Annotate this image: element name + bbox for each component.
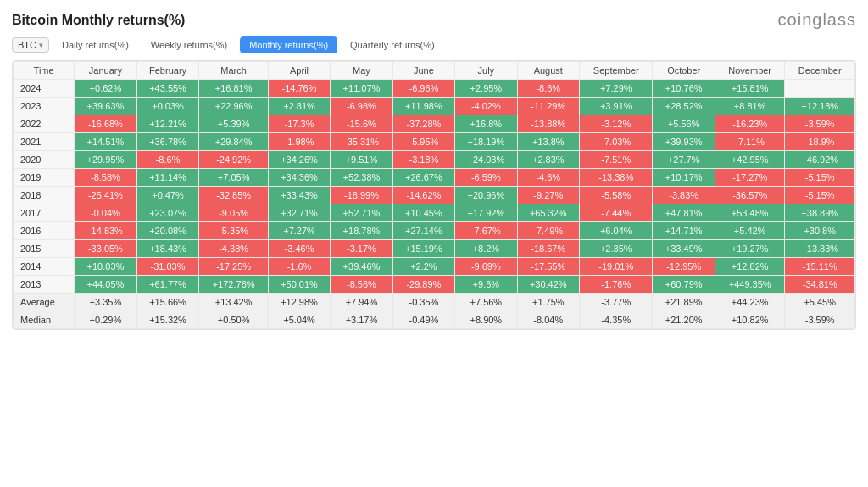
data-cell: +6.04% <box>580 222 653 240</box>
tab-monthly[interactable]: Monthly returns(%) <box>240 36 337 53</box>
median-cell: -3.59% <box>785 311 855 329</box>
data-cell: +34.36% <box>268 169 330 187</box>
tab-weekly[interactable]: Weekly returns(%) <box>142 36 236 53</box>
data-cell: -5.15% <box>785 187 855 204</box>
median-cell: -4.35% <box>580 311 653 329</box>
data-cell <box>785 80 855 98</box>
data-cell: -13.38% <box>580 169 653 187</box>
data-cell: -4.6% <box>517 169 579 187</box>
average-cell: +13.42% <box>199 294 268 311</box>
data-cell: +50.01% <box>268 276 330 294</box>
data-cell: -4.38% <box>199 240 268 258</box>
data-cell: -7.11% <box>715 133 785 151</box>
data-cell: -18.9% <box>785 133 855 151</box>
data-cell: -9.27% <box>517 187 579 204</box>
data-cell: -29.89% <box>392 276 454 294</box>
data-table-wrapper: Time January February March April May Ju… <box>12 60 856 330</box>
data-cell: +14.51% <box>75 133 136 151</box>
tab-quarterly[interactable]: Quarterly returns(%) <box>341 36 444 53</box>
data-cell: -13.88% <box>517 115 579 133</box>
data-cell: -31.03% <box>136 258 199 276</box>
data-cell: -32.85% <box>199 187 268 204</box>
col-header-aug: August <box>517 62 579 80</box>
data-cell: -7.51% <box>580 151 653 169</box>
data-cell: -6.96% <box>392 80 454 98</box>
data-cell: -14.62% <box>392 187 454 204</box>
page-title: Bitcoin Monthly returns(%) <box>12 13 185 28</box>
data-cell: +30.8% <box>785 222 855 240</box>
tab-daily[interactable]: Daily returns(%) <box>53 36 138 53</box>
data-cell: -1.98% <box>268 133 330 151</box>
data-cell: +44.05% <box>75 276 136 294</box>
average-cell: +3.35% <box>75 294 136 311</box>
btc-selector[interactable]: BTC ▾ <box>12 37 49 53</box>
data-cell: +26.67% <box>392 169 454 187</box>
data-cell: -12.95% <box>653 258 715 276</box>
data-cell: +53.48% <box>715 204 785 222</box>
data-cell: +27.14% <box>392 222 454 240</box>
tab-bar: BTC ▾ Daily returns(%) Weekly returns(%)… <box>12 36 856 53</box>
top-bar: Bitcoin Monthly returns(%) coinglass <box>12 10 856 30</box>
data-cell: +52.38% <box>331 169 392 187</box>
data-cell: +11.07% <box>331 80 392 98</box>
data-cell: +8.81% <box>715 98 785 115</box>
data-cell: +12.82% <box>715 258 785 276</box>
data-cell: +13.8% <box>517 133 579 151</box>
data-cell: -15.11% <box>785 258 855 276</box>
data-cell: -37.28% <box>392 115 454 133</box>
average-label: Average <box>14 294 75 311</box>
chevron-down-icon: ▾ <box>39 41 43 49</box>
data-cell: -1.6% <box>268 258 330 276</box>
data-cell: -15.6% <box>331 115 392 133</box>
data-cell: +5.56% <box>653 115 715 133</box>
data-cell: +172.76% <box>199 276 268 294</box>
data-cell: +12.18% <box>785 98 855 115</box>
data-cell: -14.76% <box>268 80 330 98</box>
data-cell: +19.27% <box>715 240 785 258</box>
data-cell: +43.55% <box>136 80 199 98</box>
data-cell: +5.39% <box>199 115 268 133</box>
average-cell: +5.45% <box>785 294 855 311</box>
btc-selector-label: BTC <box>18 40 36 50</box>
data-cell: +60.79% <box>653 276 715 294</box>
data-cell: -5.95% <box>392 133 454 151</box>
data-cell: -11.29% <box>517 98 579 115</box>
col-header-jul: July <box>455 62 517 80</box>
data-cell: +32.71% <box>268 204 330 222</box>
table-row: 2015-33.05%+18.43%-4.38%-3.46%-3.17%+15.… <box>14 240 855 258</box>
data-cell: +38.89% <box>785 204 855 222</box>
data-cell: +28.52% <box>653 98 715 115</box>
data-cell: -16.68% <box>75 115 136 133</box>
col-header-mar: March <box>199 62 268 80</box>
data-cell: -3.59% <box>785 115 855 133</box>
data-cell: -17.25% <box>199 258 268 276</box>
col-header-oct: October <box>653 62 715 80</box>
data-cell: -0.04% <box>75 204 136 222</box>
data-cell: -16.23% <box>715 115 785 133</box>
data-cell: +47.81% <box>653 204 715 222</box>
data-cell: +2.2% <box>392 258 454 276</box>
data-cell: +0.62% <box>75 80 136 98</box>
table-row: 2016-14.83%+20.08%-5.35%+7.27%+18.78%+27… <box>14 222 855 240</box>
data-cell: +14.71% <box>653 222 715 240</box>
data-cell: +2.83% <box>517 151 579 169</box>
data-cell: +10.76% <box>653 80 715 98</box>
data-cell: -3.83% <box>653 187 715 204</box>
year-cell: 2020 <box>14 151 75 169</box>
data-cell: -17.3% <box>268 115 330 133</box>
data-cell: +52.71% <box>331 204 392 222</box>
year-cell: 2019 <box>14 169 75 187</box>
data-cell: -34.81% <box>785 276 855 294</box>
data-cell: -4.02% <box>455 98 517 115</box>
data-cell: -6.98% <box>331 98 392 115</box>
data-cell: -3.12% <box>580 115 653 133</box>
data-cell: +18.43% <box>136 240 199 258</box>
data-cell: +2.81% <box>268 98 330 115</box>
year-cell: 2022 <box>14 115 75 133</box>
data-cell: +3.91% <box>580 98 653 115</box>
data-cell: -5.15% <box>785 169 855 187</box>
median-label: Median <box>14 311 75 329</box>
median-cell: +0.29% <box>75 311 136 329</box>
median-cell: +10.82% <box>715 311 785 329</box>
average-cell: +7.56% <box>455 294 517 311</box>
